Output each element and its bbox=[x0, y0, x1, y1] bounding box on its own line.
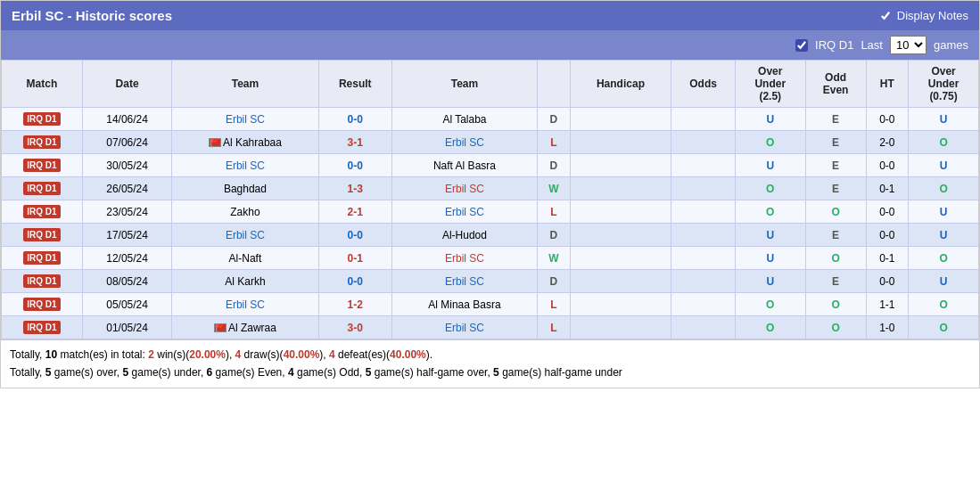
ou25-cell: U bbox=[735, 224, 805, 247]
team1-cell: Al Karkh bbox=[172, 270, 318, 293]
league-badge: IRQ D1 bbox=[23, 274, 60, 288]
ou075-value: U bbox=[940, 159, 948, 172]
team1-name: Erbil SC bbox=[226, 159, 265, 172]
ou075-value: U bbox=[940, 113, 948, 126]
team2-name: Erbil SC bbox=[445, 322, 484, 334]
ou25-cell: U bbox=[735, 270, 805, 293]
ou25-cell: O bbox=[735, 293, 805, 316]
outcome-value: D bbox=[549, 159, 557, 172]
league-cell: IRQ D1 bbox=[2, 316, 83, 339]
result-cell: 1-2 bbox=[318, 293, 391, 316]
odds-cell bbox=[671, 224, 736, 247]
handicap-cell bbox=[570, 293, 671, 316]
ht-cell: 0-0 bbox=[866, 154, 909, 177]
footer-line2: Totally, 5 game(s) over, 5 game(s) under… bbox=[10, 364, 970, 381]
oe-cell: E bbox=[805, 131, 866, 154]
team1-cell: Erbil SC bbox=[172, 293, 318, 316]
oe-cell: O bbox=[805, 200, 866, 224]
oe-value: O bbox=[831, 322, 839, 334]
ou075-cell: U bbox=[909, 154, 979, 177]
league-filter-label: IRQ D1 bbox=[815, 38, 853, 52]
oe-value: E bbox=[832, 229, 839, 241]
ou25-value: U bbox=[766, 113, 774, 126]
ou075-value: O bbox=[939, 322, 947, 334]
table-row: IRQ D114/06/24Erbil SC0-0Al TalabaDUE0-0… bbox=[2, 108, 979, 131]
outcome-cell: D bbox=[537, 154, 570, 177]
date-cell: 30/05/24 bbox=[82, 154, 172, 177]
ou25-value: U bbox=[766, 252, 774, 265]
odds-cell bbox=[671, 247, 736, 270]
outcome-value: D bbox=[549, 113, 557, 126]
oe-cell: E bbox=[805, 224, 866, 247]
col-oe: OddEven bbox=[805, 61, 866, 108]
handicap-cell bbox=[570, 131, 671, 154]
ou25-cell: O bbox=[735, 131, 805, 154]
ht-cell: 1-0 bbox=[866, 316, 909, 339]
team1-cell: Erbil SC bbox=[172, 224, 318, 247]
result-value: 3-0 bbox=[348, 322, 363, 334]
oe-cell: E bbox=[805, 154, 866, 177]
date-cell: 14/06/24 bbox=[82, 108, 172, 131]
date-cell: 26/05/24 bbox=[82, 177, 172, 200]
league-filter-checkbox[interactable] bbox=[795, 39, 808, 52]
date-cell: 07/06/24 bbox=[82, 131, 172, 154]
date-cell: 01/05/24 bbox=[82, 316, 172, 339]
team1-cell: Erbil SC bbox=[172, 108, 318, 131]
ou075-cell: U bbox=[909, 200, 979, 224]
col-ou25: OverUnder(2.5) bbox=[735, 61, 805, 108]
team2-name: Erbil SC bbox=[445, 136, 484, 149]
col-date: Date bbox=[82, 61, 172, 108]
oe-value: E bbox=[832, 136, 839, 149]
handicap-cell bbox=[570, 200, 671, 224]
ou25-value: U bbox=[766, 275, 774, 288]
games-select[interactable]: 5 10 15 20 All bbox=[890, 36, 926, 54]
ou075-value: O bbox=[939, 252, 947, 265]
league-cell: IRQ D1 bbox=[2, 154, 83, 177]
footer-stats: Totally, 10 match(es) in total: 2 win(s)… bbox=[1, 339, 979, 388]
ht-cell: 0-1 bbox=[866, 177, 909, 200]
display-notes-checkbox[interactable] bbox=[879, 10, 892, 22]
oe-cell: O bbox=[805, 293, 866, 316]
team2-name: Al Minaa Basra bbox=[428, 298, 500, 311]
outcome-value: L bbox=[550, 298, 556, 311]
ht-cell: 0-0 bbox=[866, 200, 909, 224]
team2-cell: Erbil SC bbox=[391, 131, 537, 154]
ou075-cell: O bbox=[909, 247, 979, 270]
odds-cell bbox=[671, 200, 736, 224]
table-row: IRQ D130/05/24Erbil SC0-0Naft Al BasraDU… bbox=[2, 154, 979, 177]
display-notes-area: Display Notes bbox=[879, 9, 968, 22]
odds-cell bbox=[671, 270, 736, 293]
col-team2: Team bbox=[391, 61, 537, 108]
table-row: IRQ D107/06/24🚩Al Kahrabaa3-1Erbil SCLOE… bbox=[2, 131, 979, 154]
result-value: 3-1 bbox=[348, 136, 363, 149]
ou25-value: O bbox=[766, 298, 774, 311]
league-badge: IRQ D1 bbox=[23, 135, 60, 149]
outcome-value: L bbox=[550, 322, 556, 334]
outcome-value: D bbox=[549, 229, 557, 241]
ou075-cell: O bbox=[909, 316, 979, 339]
outcome-cell: L bbox=[537, 293, 570, 316]
team1-name: Erbil SC bbox=[226, 298, 265, 311]
league-cell: IRQ D1 bbox=[2, 270, 83, 293]
team2-name: Al Talaba bbox=[442, 113, 486, 126]
date-cell: 08/05/24 bbox=[82, 270, 172, 293]
ou075-cell: U bbox=[909, 270, 979, 293]
team2-cell: Erbil SC bbox=[391, 270, 537, 293]
outcome-cell: L bbox=[537, 200, 570, 224]
oe-value: O bbox=[831, 206, 839, 218]
league-cell: IRQ D1 bbox=[2, 247, 83, 270]
ou075-cell: U bbox=[909, 108, 979, 131]
outcome-value: W bbox=[548, 183, 558, 195]
odds-cell bbox=[671, 154, 736, 177]
team2-cell: Erbil SC bbox=[391, 247, 537, 270]
league-badge: IRQ D1 bbox=[23, 112, 60, 126]
result-cell: 3-1 bbox=[318, 131, 391, 154]
oe-value: E bbox=[832, 183, 839, 195]
ou075-cell: O bbox=[909, 131, 979, 154]
team2-cell: Al Minaa Basra bbox=[391, 293, 537, 316]
odds-cell bbox=[671, 293, 736, 316]
handicap-cell bbox=[570, 177, 671, 200]
team2-cell: Al Talaba bbox=[391, 108, 537, 131]
oe-cell: O bbox=[805, 247, 866, 270]
ht-cell: 2-0 bbox=[866, 131, 909, 154]
